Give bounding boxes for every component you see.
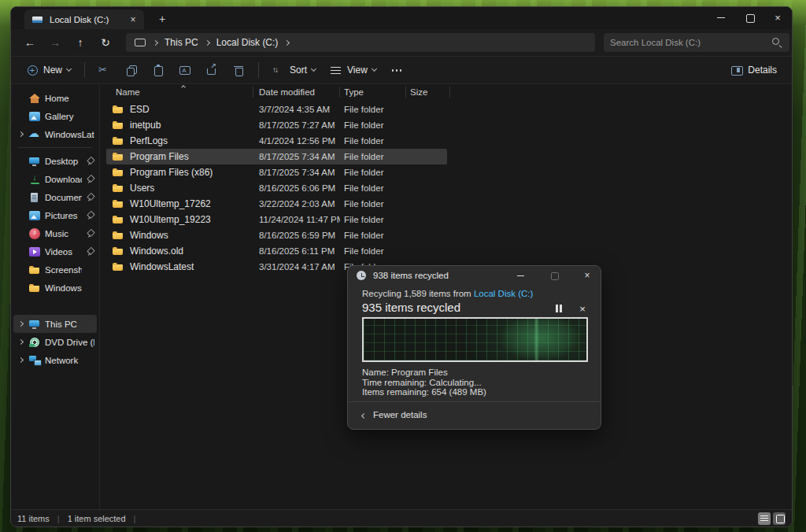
table-row[interactable]: Users 8/16/2025 6:06 PM File folder [106,180,447,196]
file-date-modified: 8/17/2025 7:34 AM [253,168,340,177]
dialog-close-button[interactable] [574,266,601,285]
detail-name-line: Name: Program Files [362,368,486,378]
sidebar-item[interactable]: WindowsLatest - Pe [13,125,97,143]
pin-icon [86,247,94,257]
chevron-up-icon [361,413,367,419]
refresh-button[interactable] [94,31,116,54]
icons-view-toggle[interactable] [773,512,786,525]
more-options-button[interactable] [383,59,410,81]
sidebar-item[interactable]: Music [13,224,97,242]
file-name: ESD [130,104,150,115]
column-header-type[interactable]: Type [340,87,406,98]
chevron-right-icon[interactable] [17,339,23,345]
cancel-button[interactable] [575,301,590,316]
toolbar-divider [258,62,259,78]
table-row[interactable]: ESD 3/7/2024 4:35 AM File folder [106,102,447,117]
dialog-title: 938 items recycled [373,271,501,280]
new-button[interactable]: New [19,59,78,81]
copy-button[interactable] [118,59,145,81]
paste-button[interactable] [145,59,172,81]
sidebar-item[interactable]: Documents [13,188,97,206]
explorer-tab[interactable]: Local Disk (C:) [24,9,144,29]
fewer-details-toggle[interactable]: Fewer details [362,402,601,427]
column-headers: Name Date modified Type Size [106,84,792,100]
chevron-down-icon [66,66,72,72]
minimize-button[interactable] [707,7,735,28]
breadcrumb-local-disk[interactable]: Local Disk (C:) [216,37,279,48]
address-bar[interactable]: This PC Local Disk (C:) [126,33,595,52]
sidebar-item[interactable]: Desktop [13,152,97,170]
close-button[interactable] [763,7,792,28]
sidebar-item-label: Gallery [45,112,94,121]
pause-button[interactable] [552,301,566,316]
search-input[interactable] [610,38,771,47]
breadcrumb-this-pc[interactable]: This PC [165,37,198,48]
sidebar-item-label: DVD Drive (D:) CCC [45,338,94,347]
details-pane-button[interactable]: Details [723,59,784,81]
tab-close-icon[interactable] [127,13,139,26]
details-view-toggle[interactable] [758,512,771,525]
sidebar-item[interactable]: Gallery [13,107,97,125]
rename-button[interactable] [172,59,198,81]
file-name: W10Ultemp_17262 [130,198,211,209]
table-row[interactable]: Program Files 8/17/2025 7:34 AM File fol… [106,149,447,164]
file-date-modified: 8/17/2025 7:34 AM [253,152,340,161]
pin-icon [86,193,94,202]
new-label: New [43,65,62,76]
details-label: Details [748,65,777,76]
file-type: File folder [340,120,406,130]
sidebar-item[interactable]: Videos [13,242,97,260]
recycling-status-line: Recycling 1,589 items from Local Disk (C… [362,289,533,298]
file-name: Users [130,183,154,194]
sidebar-item[interactable]: WindowsLatest [13,279,97,297]
folder-icon [112,182,124,194]
search-box[interactable] [604,33,789,52]
table-row[interactable]: Windows.old 8/16/2025 6:11 PM File folde… [106,243,447,259]
table-row[interactable]: PerfLogs 4/1/2024 12:56 PM File folder [106,133,447,149]
chevron-right-icon[interactable] [17,357,23,363]
column-header-name[interactable]: Name [106,87,253,98]
maximize-button[interactable] [735,7,763,28]
recycling-text: Recycling 1,589 items from [362,289,474,298]
table-row[interactable]: Windows 8/16/2025 6:59 PM File folder [106,227,447,243]
sidebar-item-icon [28,155,41,168]
table-row[interactable]: Program Files (x86) 8/17/2025 7:34 AM Fi… [106,164,447,180]
cut-button[interactable] [91,59,118,81]
command-bar: New Sort View Details [11,56,792,84]
view-button[interactable]: View [323,59,383,81]
file-type: File folder [340,246,406,256]
up-button[interactable] [69,31,91,54]
delete-button[interactable] [225,59,252,81]
detail-items-line: Items remaining: 654 (489 MB) [362,387,486,397]
chevron-right-icon[interactable] [17,321,23,327]
sidebar-item[interactable]: Downloads [13,170,97,188]
dialog-minimize-button[interactable] [508,266,534,285]
sidebar-item[interactable]: This PC [13,315,97,333]
local-disk-link[interactable]: Local Disk (C:) [474,289,533,298]
sidebar-item[interactable]: Pictures [13,206,97,224]
chevron-right-icon[interactable] [17,131,23,137]
rename-icon [179,64,191,76]
table-row[interactable]: W10Ultemp_19223 11/24/2024 11:47 PM File… [106,212,447,227]
search-icon[interactable] [771,36,783,49]
sidebar-item[interactable]: Network [13,351,97,369]
sidebar-item-icon [28,246,41,258]
file-date-modified: 11/24/2024 11:47 PM [253,215,340,224]
chevron-down-icon [372,66,377,72]
new-tab-button[interactable] [155,12,169,26]
dialog-title-bar[interactable]: 938 items recycled [348,266,601,285]
sidebar-item[interactable]: DVD Drive (D:) CCC [13,333,97,351]
sort-button[interactable]: Sort [265,59,323,81]
column-header-date-modified[interactable]: Date modified [253,87,340,98]
back-button[interactable] [19,31,41,54]
table-row[interactable]: inetpub 8/17/2025 7:27 AM File folder [106,117,447,133]
forward-button[interactable] [44,31,66,54]
view-lines-icon [330,64,342,76]
file-type: File folder [340,105,406,114]
share-button[interactable] [198,59,225,81]
sidebar-item[interactable]: Home [13,89,97,107]
table-row[interactable]: W10Ultemp_17262 3/22/2024 2:03 AM File f… [106,196,447,212]
sidebar-item-label: WindowsLatest [45,283,82,293]
column-header-size[interactable]: Size [406,87,450,98]
sidebar-item[interactable]: Screenshots [13,260,97,279]
